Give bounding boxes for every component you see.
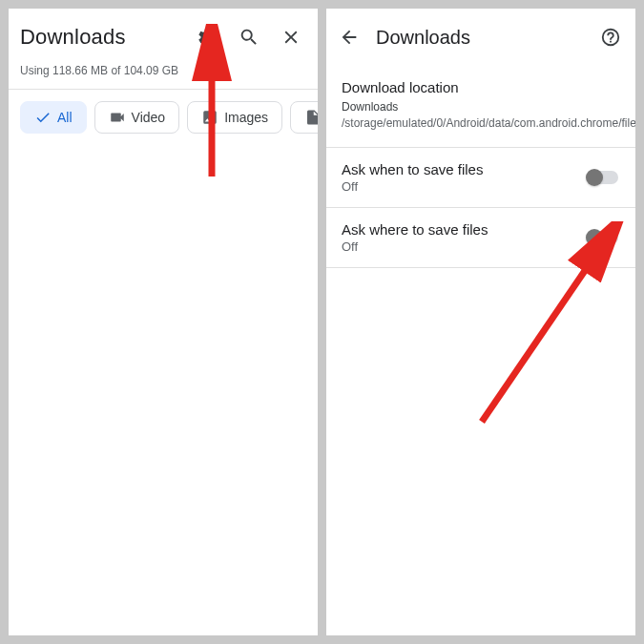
row-state: Off bbox=[342, 239, 586, 254]
chip-other[interactable]: Other bbox=[290, 101, 318, 134]
header-left: Downloads bbox=[9, 9, 318, 64]
ask-when-toggle[interactable] bbox=[586, 168, 620, 187]
page-title: Downloads bbox=[20, 25, 184, 50]
row-text: Ask where to save files Off bbox=[342, 221, 586, 254]
close-icon bbox=[280, 27, 301, 48]
search-button[interactable] bbox=[230, 18, 268, 56]
row-text: Ask when to save files Off bbox=[342, 161, 586, 194]
chip-label: Images bbox=[224, 110, 268, 125]
close-button[interactable] bbox=[272, 18, 310, 56]
back-button[interactable] bbox=[330, 18, 368, 56]
download-settings-panel: Downloads Download location Downloads /s… bbox=[326, 9, 635, 635]
location-path: Downloads /storage/emulated/0/Android/da… bbox=[342, 99, 620, 132]
image-icon bbox=[201, 109, 218, 126]
chip-label: All bbox=[57, 110, 73, 125]
check-icon bbox=[34, 109, 52, 126]
download-location-section[interactable]: Download location Downloads /storage/emu… bbox=[326, 66, 635, 147]
video-icon bbox=[109, 109, 126, 126]
help-icon bbox=[600, 27, 621, 48]
page-title: Downloads bbox=[376, 27, 584, 49]
header-right: Downloads bbox=[326, 9, 635, 66]
chip-all[interactable]: All bbox=[20, 101, 87, 134]
downloads-panel: Downloads Using 118.66 MB of 104.09 GB A… bbox=[9, 9, 318, 635]
chip-label: Video bbox=[132, 110, 166, 125]
ask-where-toggle[interactable] bbox=[586, 228, 620, 247]
arrow-back-icon bbox=[339, 27, 360, 48]
settings-button[interactable] bbox=[188, 18, 226, 56]
row-title: Ask where to save files bbox=[342, 221, 586, 238]
toggle-thumb bbox=[586, 229, 603, 246]
chip-images[interactable]: Images bbox=[187, 101, 282, 134]
section-title: Download location bbox=[342, 79, 620, 95]
ask-where-row[interactable]: Ask where to save files Off bbox=[326, 208, 635, 267]
storage-usage: Using 118.66 MB of 104.09 GB bbox=[9, 64, 318, 89]
file-icon bbox=[304, 109, 318, 126]
divider bbox=[326, 267, 635, 268]
row-title: Ask when to save files bbox=[342, 161, 586, 177]
help-button[interactable] bbox=[592, 18, 630, 56]
filter-chips: All Video Images Other bbox=[9, 90, 318, 145]
chip-video[interactable]: Video bbox=[94, 101, 180, 134]
ask-when-row[interactable]: Ask when to save files Off bbox=[326, 148, 635, 207]
row-state: Off bbox=[342, 179, 586, 194]
search-icon bbox=[239, 27, 260, 48]
gear-icon bbox=[197, 27, 218, 48]
toggle-thumb bbox=[586, 169, 603, 186]
